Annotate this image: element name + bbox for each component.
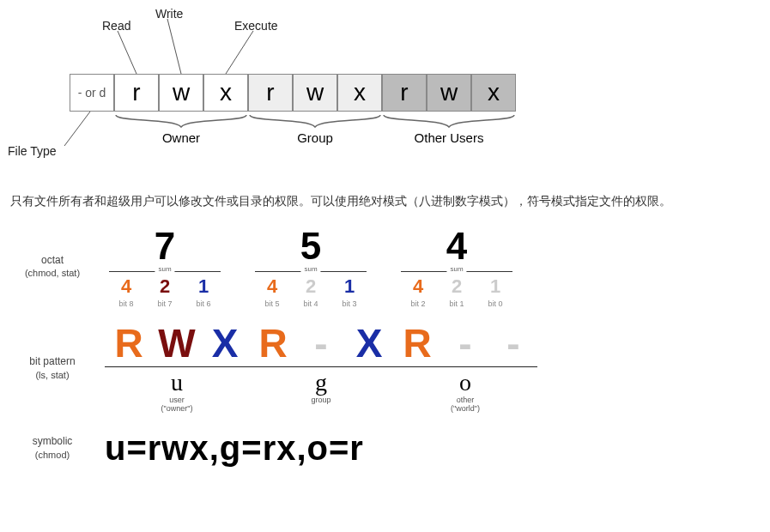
cell-filetype: - or d <box>70 74 114 112</box>
weight-value: 4 <box>109 275 143 298</box>
octal-group-7: 7 sum 4bit 82bit 71bit 6 <box>105 225 225 308</box>
pattern-letter: X <box>201 323 249 363</box>
weight-bit-label: bit 6 <box>186 299 221 308</box>
weight-value: 2 <box>440 275 474 298</box>
octal-digit-7: 7 <box>155 225 175 268</box>
symbolic-string: u=rwx,g=rx,o=r <box>105 429 763 468</box>
brace-group: Group <box>248 113 382 145</box>
cell-group-x: x <box>337 74 382 112</box>
weight-cell: 4bit 8 <box>109 275 143 308</box>
pattern-letter: R <box>249 323 297 363</box>
group-label-owner: Owner <box>162 130 200 145</box>
weight-bit-label: bit 3 <box>332 299 367 308</box>
pattern-letter: - <box>441 323 489 363</box>
weight-value: 1 <box>478 275 512 298</box>
weight-cell: 2bit 7 <box>148 275 182 308</box>
pattern-letter: - <box>489 323 537 363</box>
ugo-sub: group <box>311 396 330 405</box>
group-label-other: Other Users <box>415 130 484 145</box>
cell-owner-r: r <box>114 74 159 112</box>
svg-line-2 <box>226 31 253 74</box>
octal-row: 7 sum 4bit 82bit 71bit 6 5 sum 4bit 52bi… <box>105 225 763 308</box>
ugo-letter: o <box>459 369 471 396</box>
octal-digit-5: 5 <box>300 225 321 268</box>
permission-cells: - or d r w x r w x r w x <box>70 74 516 112</box>
weight-bit-label: bit 1 <box>440 299 474 308</box>
weight-cell: 1bit 6 <box>186 275 221 308</box>
side-label-octal: octat (chmod, stat) <box>10 254 105 280</box>
pattern-letter: X <box>345 323 393 363</box>
label-write: Write <box>155 7 183 21</box>
cell-owner-w: w <box>159 74 203 112</box>
svg-line-1 <box>167 19 181 74</box>
label-read: Read <box>102 19 130 33</box>
weight-value: 4 <box>255 275 289 298</box>
cell-group-r: r <box>248 74 293 112</box>
cell-owner-x: x <box>203 74 248 112</box>
ugo-group: oother("world") <box>393 366 537 414</box>
weight-bit-label: bit 0 <box>478 299 512 308</box>
svg-line-3 <box>64 112 90 146</box>
weight-value: 2 <box>148 275 182 298</box>
pattern-letter: R <box>105 323 153 363</box>
weight-bit-label: bit 8 <box>109 299 143 308</box>
weight-value: 2 <box>294 275 328 298</box>
octal-754-diagram: octat (chmod, stat) 7 sum 4bit 82bit 71b… <box>10 225 763 468</box>
brace-owner: Owner <box>114 113 248 145</box>
pattern-letter: R <box>393 323 441 363</box>
weight-bit-label: bit 5 <box>255 299 289 308</box>
weight-cell: 4bit 5 <box>255 275 289 308</box>
weight-bit-label: bit 4 <box>294 299 328 308</box>
weight-bit-label: bit 2 <box>401 299 435 308</box>
ugo-letter: u <box>171 369 183 396</box>
side-label-pattern: bit pattern (ls, stat) <box>10 355 105 381</box>
ugo-sub: other("world") <box>451 396 480 414</box>
group-label-group: Group <box>297 130 333 145</box>
ugo-group: uuser("owner") <box>105 366 249 414</box>
label-filetype: File Type <box>8 144 57 158</box>
side-label-symbolic: symbolic (chmod) <box>10 435 105 461</box>
weight-cell: 4bit 2 <box>401 275 435 308</box>
pattern-letter: - <box>297 323 345 363</box>
cell-other-w: w <box>427 74 471 112</box>
octal-group-5: 5 sum 4bit 52bit 41bit 3 <box>251 225 371 308</box>
pattern-row: RWXR-XR-- uuser("owner")ggroupoother("wo… <box>105 323 763 414</box>
weight-cell: 1bit 3 <box>332 275 367 308</box>
weight-value: 4 <box>401 275 435 298</box>
rwx-permission-boxes: Read Write Execute File Type - or d r w … <box>54 7 518 187</box>
pattern-letter: W <box>153 323 201 363</box>
ugo-letter: g <box>315 369 327 396</box>
ugo-group: ggroup <box>249 366 393 414</box>
cell-group-w: w <box>293 74 337 112</box>
svg-line-0 <box>118 31 136 74</box>
weight-cell: 2bit 4 <box>294 275 328 308</box>
weight-value: 1 <box>332 275 367 298</box>
label-execute: Execute <box>234 19 278 33</box>
brace-other: Other Users <box>382 113 516 145</box>
cell-other-x: x <box>471 74 516 112</box>
weight-cell: 2bit 1 <box>440 275 474 308</box>
weight-value: 1 <box>186 275 221 298</box>
ugo-sub: user("owner") <box>161 396 193 414</box>
octal-group-4: 4 sum 4bit 22bit 11bit 0 <box>397 225 517 308</box>
weight-bit-label: bit 7 <box>148 299 182 308</box>
cell-other-r: r <box>382 74 427 112</box>
octal-digit-4: 4 <box>446 225 467 268</box>
explanation-paragraph: 只有文件所有者和超级用户可以修改文件或目录的权限。可以使用绝对模式（八进制数字模… <box>10 194 763 209</box>
weight-cell: 1bit 0 <box>478 275 512 308</box>
